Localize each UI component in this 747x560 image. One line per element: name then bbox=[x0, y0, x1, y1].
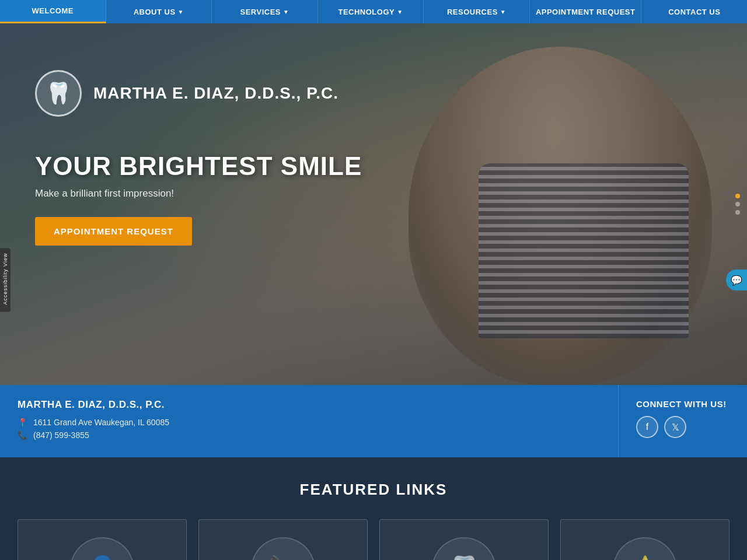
hero-cta-button[interactable]: APPOINTMENT REQUEST bbox=[35, 217, 192, 246]
scroll-dot-3[interactable] bbox=[735, 210, 740, 215]
twitter-icon: 𝕏 bbox=[672, 422, 679, 433]
info-address: 1611 Grand Ave Waukegan, IL 60085 bbox=[33, 418, 169, 427]
info-left: MARTHA E. DIAZ, D.D.S., P.C. 📍 1611 Gran… bbox=[0, 385, 619, 457]
hero-subtitle: Make a brilliant first impression! bbox=[35, 188, 712, 200]
technology-arrow: ▼ bbox=[397, 9, 403, 15]
info-address-row: 📍 1611 Grand Ave Waukegan, IL 60085 bbox=[18, 418, 601, 427]
main-nav: WELCOME ABOUT US ▼ SERVICES ▼ TECHNOLOGY… bbox=[0, 0, 747, 23]
social-icons: f 𝕏 bbox=[636, 416, 686, 438]
practice-logo-name: MARTHA E. DIAZ, D.D.S., P.C. bbox=[93, 84, 338, 103]
star-icon: ⭐ bbox=[629, 554, 661, 560]
nav-about[interactable]: ABOUT US ▼ bbox=[106, 0, 212, 23]
nav-services[interactable]: SERVICES ▼ bbox=[212, 0, 318, 23]
hero-content: 🦷 MARTHA E. DIAZ, D.D.S., P.C. YOUR BRIG… bbox=[0, 23, 747, 292]
featured-card-reviews[interactable]: ⭐ bbox=[560, 519, 729, 560]
person-icon: 👤 bbox=[86, 554, 118, 560]
resources-arrow: ▼ bbox=[500, 9, 506, 15]
connect-title: CONNECT WITH US! bbox=[636, 399, 727, 409]
featured-icon-circle-contact: 📞 bbox=[251, 537, 315, 560]
twitter-button[interactable]: 𝕏 bbox=[664, 416, 686, 438]
featured-title: FEATURED LINKS bbox=[12, 481, 735, 499]
scroll-dot-1[interactable] bbox=[735, 194, 740, 198]
featured-card-services[interactable]: 🦷 bbox=[379, 519, 549, 560]
chat-button[interactable]: 💬 bbox=[726, 270, 747, 290]
nav-welcome[interactable]: WELCOME bbox=[0, 0, 106, 23]
scroll-indicator bbox=[735, 194, 740, 215]
phone-icon: 📞 bbox=[18, 430, 27, 440]
services-arrow: ▼ bbox=[283, 9, 289, 15]
featured-icon-circle-reviews: ⭐ bbox=[613, 537, 677, 560]
nav-appointment[interactable]: APPOINTMENT REQUEST bbox=[530, 0, 642, 23]
scroll-dot-2[interactable] bbox=[735, 202, 740, 206]
nav-contact[interactable]: CONTACT US bbox=[641, 0, 747, 23]
location-icon: 📍 bbox=[18, 418, 27, 427]
info-right: CONNECT WITH US! f 𝕏 bbox=[619, 385, 747, 457]
logo-circle: 🦷 bbox=[35, 70, 82, 117]
info-phone: (847) 599-3855 bbox=[33, 430, 89, 440]
hero-tagline: YOUR BRIGHTEST SMILE bbox=[35, 152, 712, 181]
featured-icon-circle-about: 👤 bbox=[70, 537, 134, 560]
nav-technology[interactable]: TECHNOLOGY ▼ bbox=[318, 0, 424, 23]
phone-featured-icon: 📞 bbox=[267, 554, 299, 560]
tooth-featured-icon: 🦷 bbox=[448, 554, 480, 560]
facebook-icon: f bbox=[646, 422, 648, 432]
accessibility-sidebar[interactable]: Accessibility View bbox=[0, 249, 11, 312]
featured-card-about[interactable]: 👤 bbox=[18, 519, 187, 560]
info-practice-name: MARTHA E. DIAZ, D.D.S., P.C. bbox=[18, 399, 601, 411]
tooth-icon: 🦷 bbox=[46, 81, 72, 106]
facebook-button[interactable]: f bbox=[636, 416, 658, 438]
featured-card-contact[interactable]: 📞 bbox=[198, 519, 368, 560]
info-phone-row: 📞 (847) 599-3855 bbox=[18, 430, 601, 440]
nav-resources[interactable]: RESOURCES ▼ bbox=[424, 0, 530, 23]
logo-area: 🦷 MARTHA E. DIAZ, D.D.S., P.C. bbox=[35, 70, 712, 117]
featured-section: FEATURED LINKS 👤 📞 🦷 ⭐ bbox=[0, 457, 747, 560]
about-arrow: ▼ bbox=[178, 9, 184, 15]
featured-grid: 👤 📞 🦷 ⭐ bbox=[12, 519, 735, 560]
featured-icon-circle-services: 🦷 bbox=[432, 537, 496, 560]
hero-section: 🦷 MARTHA E. DIAZ, D.D.S., P.C. YOUR BRIG… bbox=[0, 23, 747, 385]
info-bar: MARTHA E. DIAZ, D.D.S., P.C. 📍 1611 Gran… bbox=[0, 385, 747, 457]
accessibility-label: Accessibility View bbox=[2, 253, 8, 305]
